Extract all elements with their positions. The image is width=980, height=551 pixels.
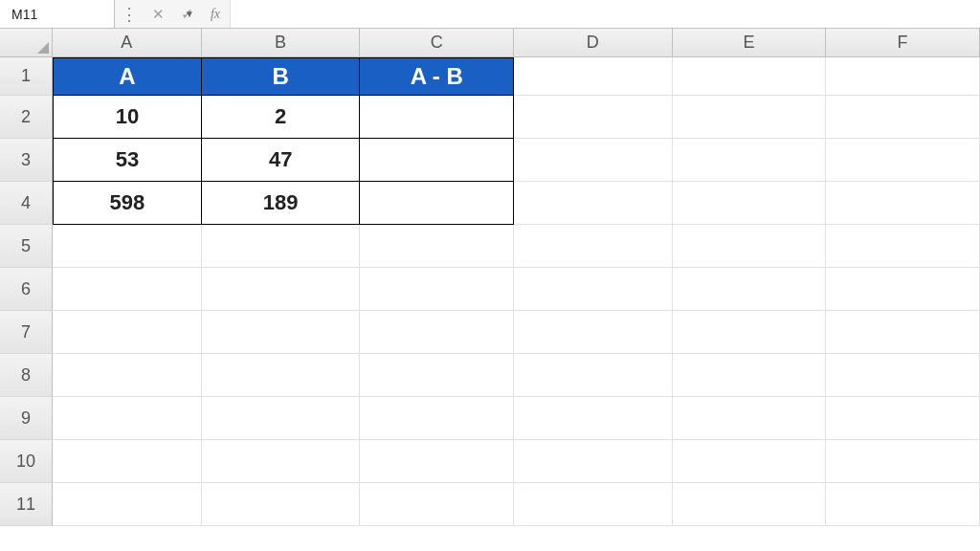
cell-C9[interactable] [360,397,514,440]
fx-icon[interactable]: fx [201,0,230,29]
cell-D7[interactable] [514,311,672,354]
cell-A4[interactable]: 598 [53,182,202,225]
row-header-7[interactable]: 7 [0,311,53,354]
cell-E10[interactable] [673,440,827,483]
row-header-9[interactable]: 9 [0,397,53,440]
row-6: 6 [0,268,980,311]
row-3: 3 53 47 [0,139,980,182]
cell-F11[interactable] [826,483,980,526]
cell-C2[interactable] [360,96,514,139]
col-header-F[interactable]: F [826,29,980,57]
cell-C4[interactable] [360,182,514,225]
cell-F8[interactable] [826,354,980,397]
cell-E3[interactable] [673,139,827,182]
row-header-11[interactable]: 11 [0,483,53,526]
cell-D4[interactable] [514,182,672,225]
cell-E2[interactable] [673,96,827,139]
col-header-E[interactable]: E [673,29,827,57]
cell-D1[interactable] [514,57,672,96]
row-4: 4 598 189 [0,182,980,225]
cell-B10[interactable] [202,440,360,483]
cell-B1[interactable]: B [202,57,360,96]
cell-D3[interactable] [514,139,672,182]
row-1: 1 A B A - B [0,57,980,96]
col-header-A[interactable]: A [53,29,202,57]
formula-input[interactable] [231,0,980,28]
cell-B2[interactable]: 2 [202,96,360,139]
row-header-3[interactable]: 3 [0,139,53,182]
row-header-1[interactable]: 1 [0,57,53,96]
row-header-2[interactable]: 2 [0,96,53,139]
cell-F7[interactable] [826,311,980,354]
cell-D2[interactable] [514,96,672,139]
cell-C11[interactable] [360,483,514,526]
cell-E7[interactable] [673,311,827,354]
cell-E6[interactable] [673,268,827,311]
cell-A6[interactable] [53,268,202,311]
cell-D11[interactable] [514,483,672,526]
row-2: 2 10 2 [0,96,980,139]
col-header-B[interactable]: B [202,29,360,57]
cell-F1[interactable] [826,57,980,96]
cell-A5[interactable] [53,225,202,268]
cell-B5[interactable] [202,225,360,268]
cell-F10[interactable] [826,440,980,483]
cell-A3[interactable]: 53 [53,139,202,182]
cell-F4[interactable] [826,182,980,225]
cell-E4[interactable] [673,182,827,225]
spreadsheet-grid[interactable]: A B C D E F 1 A B A - B 2 10 2 [0,29,980,551]
row-8: 8 [0,354,980,397]
row-header-10[interactable]: 10 [0,440,53,483]
cell-D6[interactable] [514,268,672,311]
cell-E1[interactable] [673,57,827,96]
cell-A9[interactable] [53,397,202,440]
name-box-container[interactable]: ▼ [0,0,115,28]
row-7: 7 [0,311,980,354]
formula-bar: ▼ ⋮ ✕ ✓ fx [0,0,980,29]
cell-F6[interactable] [826,268,980,311]
cell-D8[interactable] [514,354,672,397]
cell-C6[interactable] [360,268,514,311]
row-header-8[interactable]: 8 [0,354,53,397]
cell-D10[interactable] [514,440,672,483]
cell-C3[interactable] [360,139,514,182]
cell-E11[interactable] [673,483,827,526]
cell-A7[interactable] [53,311,202,354]
cell-C7[interactable] [360,311,514,354]
cell-E8[interactable] [673,354,827,397]
cell-C8[interactable] [360,354,514,397]
cell-E5[interactable] [673,225,827,268]
cell-B8[interactable] [202,354,360,397]
name-box-dropdown-icon[interactable]: ▼ [181,9,198,19]
col-header-D[interactable]: D [514,29,672,57]
cell-C1[interactable]: A - B [360,57,514,96]
cell-B9[interactable] [202,397,360,440]
cell-B6[interactable] [202,268,360,311]
cell-C5[interactable] [360,225,514,268]
cell-A2[interactable]: 10 [53,96,202,139]
cell-F2[interactable] [826,96,980,139]
name-box-input[interactable] [10,6,181,23]
cell-D9[interactable] [514,397,672,440]
cell-A8[interactable] [53,354,202,397]
cell-C10[interactable] [360,440,514,483]
cell-A11[interactable] [53,483,202,526]
cell-B3[interactable]: 47 [202,139,360,182]
row-9: 9 [0,397,980,440]
row-header-6[interactable]: 6 [0,268,53,311]
column-header-row: A B C D E F [0,29,980,57]
cell-D5[interactable] [514,225,672,268]
cell-B7[interactable] [202,311,360,354]
cell-F9[interactable] [826,397,980,440]
cell-A1[interactable]: A [53,57,202,96]
select-all-corner[interactable] [0,29,53,57]
cell-F5[interactable] [826,225,980,268]
cell-B4[interactable]: 189 [202,182,360,225]
cell-F3[interactable] [826,139,980,182]
row-header-4[interactable]: 4 [0,182,53,225]
cell-A10[interactable] [53,440,202,483]
cell-E9[interactable] [673,397,827,440]
col-header-C[interactable]: C [360,29,514,57]
cell-B11[interactable] [202,483,360,526]
row-header-5[interactable]: 5 [0,225,53,268]
